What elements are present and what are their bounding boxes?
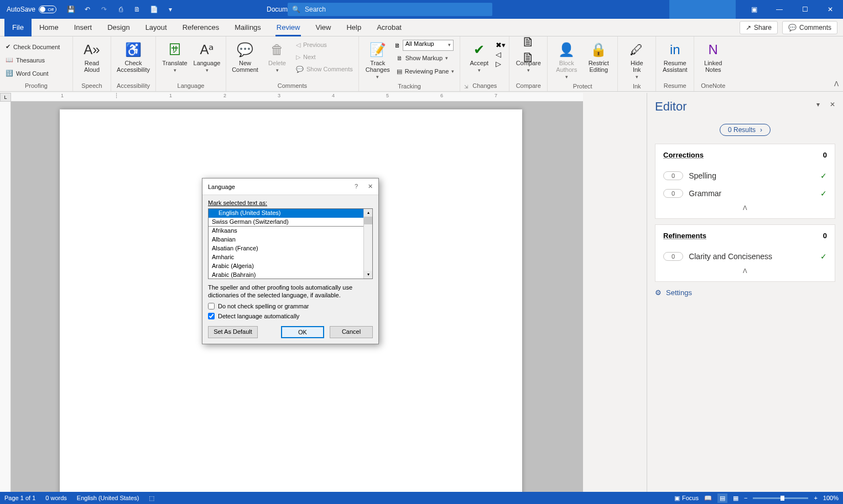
zoom-in-icon[interactable]: + (814, 495, 817, 501)
word-count-status[interactable]: 0 words (45, 495, 67, 501)
share-button[interactable]: ↗Share (740, 21, 778, 34)
scroll-thumb[interactable] (364, 217, 372, 224)
zoom-out-icon[interactable]: − (744, 495, 747, 501)
list-item[interactable]: English (United States) (209, 209, 363, 218)
focus-button[interactable]: ▣Focus (674, 495, 699, 502)
set-default-button[interactable]: Set As Default (208, 326, 258, 338)
undo-icon[interactable]: ↶ (83, 5, 92, 14)
list-item[interactable]: Alsatian (France) (209, 244, 363, 253)
grammar-row[interactable]: 0 Grammar ✓ (663, 185, 827, 202)
scroll-up-icon[interactable]: ▴ (364, 209, 372, 217)
next-change-icon[interactable]: ▷ (496, 60, 506, 68)
editor-pane: Editor ▾ ✕ 0 Results› Corrections0 0 Spe… (647, 93, 843, 492)
list-item[interactable]: Albanian (209, 235, 363, 244)
pane-options-icon[interactable]: ▾ (816, 101, 820, 108)
tab-view[interactable]: View (308, 19, 339, 36)
list-item[interactable]: Swiss German (Switzerland) (209, 218, 363, 227)
check-accessibility-button[interactable]: ♿Check Accessibility (115, 39, 152, 75)
clarity-count: 0 (663, 252, 683, 261)
language-status[interactable]: English (United States) (77, 495, 139, 501)
expand-corrections-icon[interactable]: ᐱ (663, 204, 827, 212)
tab-design[interactable]: Design (100, 19, 137, 36)
tab-layout[interactable]: Layout (138, 19, 175, 36)
qat-more-icon[interactable]: ▾ (166, 5, 175, 14)
show-markup-button[interactable]: 🗎Show Markup▾ (394, 52, 457, 64)
tab-insert[interactable]: Insert (66, 19, 100, 36)
clarity-row[interactable]: 0 Clarity and Conciseness ✓ (663, 248, 827, 265)
reject-icon[interactable]: ✖▾ (496, 41, 506, 49)
list-item[interactable]: Afrikaans (209, 227, 363, 235)
linked-notes-button[interactable]: NLinked Notes (698, 39, 728, 75)
cancel-button[interactable]: Cancel (330, 326, 373, 338)
print-layout-icon[interactable]: ▤ (717, 494, 727, 503)
compare-button[interactable]: 🗎🗎Compare▾ (513, 39, 544, 75)
zoom-slider[interactable] (753, 497, 808, 499)
macro-icon[interactable]: ⬚ (149, 495, 154, 502)
print-icon[interactable]: ⎙ (116, 5, 125, 14)
group-label: Speech (76, 81, 107, 91)
minimize-icon[interactable]: — (767, 0, 792, 19)
read-mode-icon[interactable]: 📖 (704, 495, 712, 502)
markup-select[interactable]: All Markup▾ (403, 40, 454, 51)
reviewing-pane-button[interactable]: ▤Reviewing Pane▾ (394, 65, 457, 77)
maximize-icon[interactable]: ☐ (792, 0, 818, 19)
prev-change-icon[interactable]: ◁ (496, 50, 506, 59)
quick-print-icon[interactable]: 🗎 (133, 5, 142, 14)
tab-file[interactable]: File (4, 19, 32, 36)
language-listbox[interactable]: English (United States) Swiss German (Sw… (208, 208, 373, 279)
track-changes-button[interactable]: 📝Track Changes▾ (362, 39, 393, 82)
no-check-checkbox[interactable]: Do not check spelling or grammar (208, 303, 373, 309)
ok-button[interactable]: OK (281, 326, 324, 338)
comments-button[interactable]: 💬Comments (782, 21, 837, 34)
thesaurus-button[interactable]: 📖Thesaurus (3, 54, 47, 66)
ribbon: ✔Check Document 📖Thesaurus 🔢Word Count P… (0, 36, 843, 92)
editor-icon[interactable]: 📄 (149, 5, 158, 14)
account-placeholder[interactable] (669, 0, 736, 19)
close-icon[interactable]: ✕ (818, 0, 843, 19)
dialog-titlebar[interactable]: Language ? ✕ (202, 179, 378, 195)
search-icon: 🔍 (292, 6, 300, 13)
read-aloud-button[interactable]: A»Read Aloud (76, 39, 107, 75)
ribbon-display-icon[interactable]: ▣ (741, 0, 767, 19)
save-icon[interactable]: 💾 (66, 5, 75, 14)
web-layout-icon[interactable]: ▦ (733, 495, 738, 502)
horizontal-ruler[interactable]: 1┆1234567 (11, 93, 583, 102)
tab-mailings[interactable]: Mailings (227, 19, 269, 36)
tab-home[interactable]: Home (32, 19, 66, 36)
scrollbar[interactable]: ▴ ▾ (363, 209, 372, 279)
zoom-value[interactable]: 100% (823, 495, 839, 501)
redo-icon[interactable]: ↷ (100, 5, 108, 14)
page-status[interactable]: Page 1 of 1 (4, 495, 35, 501)
results-button[interactable]: 0 Results› (720, 124, 771, 136)
restrict-editing-button[interactable]: 🔒Restrict Editing (583, 39, 614, 75)
list-item[interactable]: Amharic (209, 253, 363, 262)
word-count-button[interactable]: 🔢Word Count (3, 67, 51, 80)
translate-button[interactable]: 🈂Translate▾ (159, 39, 190, 75)
detect-checkbox[interactable]: Detect language automatically (208, 313, 373, 319)
language-button[interactable]: AᵃLanguage▾ (191, 39, 222, 75)
expand-refinements-icon[interactable]: ᐱ (663, 267, 827, 275)
tab-acrobat[interactable]: Acrobat (369, 19, 409, 36)
spelling-row[interactable]: 0 Spelling ✓ (663, 167, 827, 185)
tab-help[interactable]: Help (339, 19, 369, 36)
group-label: Changes (464, 81, 506, 91)
resume-assistant-button[interactable]: inResume Assistant (659, 39, 690, 75)
dialog-close-icon[interactable]: ✕ (368, 183, 373, 190)
autosave-toggle[interactable]: AutoSave Off (7, 6, 56, 13)
list-item[interactable]: Arabic (Algeria) (209, 262, 363, 271)
collapse-ribbon-icon[interactable]: ᐱ (834, 80, 839, 88)
new-comment-button[interactable]: 💬New Comment (230, 39, 261, 75)
tab-review[interactable]: Review (269, 19, 308, 36)
accept-button[interactable]: ✔Accept▾ (464, 39, 495, 75)
pane-close-icon[interactable]: ✕ (830, 101, 835, 108)
search-box[interactable]: 🔍 Search (288, 3, 492, 16)
editor-settings-button[interactable]: ⚙Settings (655, 288, 835, 297)
dialog-launcher-icon[interactable]: ⇲ (464, 84, 469, 90)
scroll-down-icon[interactable]: ▾ (364, 271, 372, 279)
vertical-ruler[interactable] (0, 102, 11, 492)
hide-ink-button[interactable]: 🖊Hide Ink▾ (621, 39, 652, 82)
check-document-button[interactable]: ✔Check Document (3, 41, 62, 53)
tab-references[interactable]: References (175, 19, 227, 36)
dialog-help-icon[interactable]: ? (355, 183, 358, 190)
list-item[interactable]: Arabic (Bahrain) (209, 271, 363, 279)
